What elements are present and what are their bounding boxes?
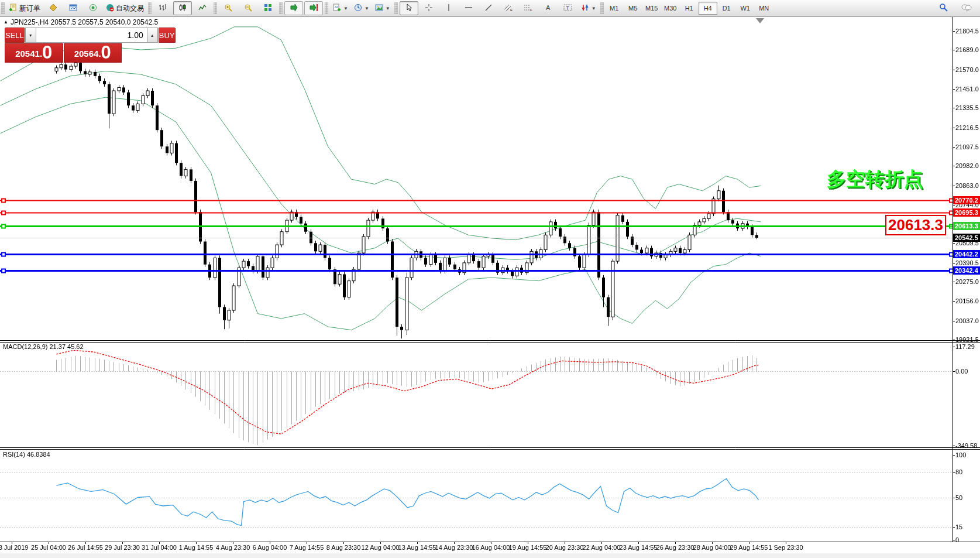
sell-button[interactable]: SELL (5, 28, 25, 43)
time-axis-label: 19 Aug 14:55 (509, 544, 547, 551)
search-button[interactable] (934, 1, 953, 15)
price-tag-20695.3: 20695.3 (953, 208, 980, 217)
alert-button[interactable] (44, 1, 63, 15)
cursor-button[interactable] (400, 1, 418, 15)
timeframe-m30-button[interactable]: M30 (661, 2, 680, 15)
text-label-button[interactable]: T (559, 1, 577, 15)
equidistant-channel-icon: E (504, 4, 513, 13)
zoom-out-icon (244, 4, 252, 13)
auto-trading-button[interactable]: 自动交易 (104, 1, 146, 15)
crosshair-icon (425, 4, 433, 13)
periods-button[interactable]: ▼ (352, 1, 372, 15)
zoom-in-button[interactable] (219, 1, 238, 15)
zoom-out-button[interactable] (239, 1, 257, 15)
time-axis-label: 1 Aug 14:55 (179, 544, 214, 551)
tile-windows-button[interactable] (259, 1, 277, 15)
macd-axis-tick-label: 0.00 (955, 368, 968, 375)
macd-axis-tick-label: 117.29 (955, 343, 975, 350)
text-label-icon: T (563, 4, 572, 13)
auto-trading-label: 自动交易 (116, 4, 144, 13)
volume-input[interactable] (36, 28, 147, 43)
fibonacci-button[interactable]: F (519, 1, 538, 15)
timeframe-h4-button[interactable]: H4 (699, 2, 717, 15)
price-axis-tick-label: 21689.0 (955, 46, 979, 53)
horizontal-line-button[interactable] (459, 1, 478, 15)
vertical-line-button[interactable] (439, 1, 458, 15)
sell-price-pips: 0 (42, 44, 52, 61)
buy-price-button[interactable]: 20564.0 (64, 43, 122, 63)
chart-annotation-text[interactable]: 多空转折点 (827, 166, 923, 193)
line-chart-icon (198, 4, 207, 13)
toolbar-separator (1, 2, 5, 14)
timeframe-w1-button[interactable]: W1 (736, 2, 755, 15)
time-axis-label: 25 Jul 04:00 (31, 544, 66, 551)
price-axis-tick-label: 21216.5 (955, 124, 979, 131)
volume-increase-button[interactable]: ▲ (147, 28, 158, 43)
chart-shift-icon (310, 4, 318, 13)
time-axis-label: 28 Aug 04:00 (693, 544, 731, 551)
cursor-icon (405, 4, 412, 13)
price-tag-20542.5: 20542.5 (953, 234, 980, 242)
price-tag-20442.2: 20442.2 (953, 250, 980, 258)
symbol-ohlc-text: JPN225-,H4 20557.5 20557.5 20540.0 20542… (11, 18, 158, 26)
text-icon: A (545, 4, 552, 13)
time-axis-label: 13 Aug 14:55 (398, 544, 436, 551)
volume-decrease-button[interactable]: ▼ (25, 28, 36, 43)
price-axis-tick-label: 21097.5 (955, 143, 979, 150)
collapse-marker-icon[interactable]: ▲ (4, 19, 8, 25)
timeframe-m1-button[interactable]: M1 (605, 2, 624, 15)
chart-window-button[interactable] (64, 1, 82, 15)
toolbar-right (933, 1, 980, 15)
bar-chart-icon (159, 4, 167, 13)
price-tag-20613.3: 20613.3 (953, 222, 980, 230)
candle-chart-button[interactable] (173, 1, 192, 15)
line-chart-button[interactable] (193, 1, 212, 15)
auto-scroll-button[interactable] (284, 1, 303, 15)
add-indicator-icon (332, 4, 341, 13)
chart-window-icon (69, 4, 77, 13)
template-button[interactable]: ▼ (373, 1, 393, 15)
time-axis-label: 26 Aug 23:30 (656, 544, 694, 551)
bar-chart-button[interactable] (153, 1, 172, 15)
time-axis-label: 8 Aug 23:30 (326, 544, 361, 551)
buy-price-main: 20564 (74, 46, 99, 61)
sell-price-button[interactable]: 20541.0 (5, 43, 63, 63)
time-axis-label: 29 Jul 23:30 (105, 544, 140, 551)
arrows-icon (581, 4, 589, 13)
time-axis-label: 4 Aug 23:30 (216, 544, 250, 551)
new-order-button[interactable]: 新订单 (6, 1, 43, 15)
time-axis-label: 1 Sep 23:30 (768, 544, 803, 551)
timeframe-mn-button[interactable]: MN (755, 2, 773, 15)
timeframe-d1-button[interactable]: D1 (717, 2, 736, 15)
new-order-icon (9, 4, 18, 13)
time-axis-label: 29 Aug 14:55 (730, 544, 768, 551)
price-axis-tick-label: 20863.0 (955, 182, 979, 189)
rsi-axis-tick-label: 50 (955, 494, 962, 501)
price-axis-tick-label: 19921.5 (955, 336, 979, 343)
crosshair-button[interactable] (419, 1, 438, 15)
time-axis-label: 23 Jul 2019 (0, 544, 28, 551)
chat-button[interactable] (957, 1, 976, 15)
signal-button[interactable] (84, 1, 102, 15)
time-axis-label: 14 Aug 23:30 (435, 544, 473, 551)
chart-canvas[interactable] (0, 0, 980, 558)
time-axis-label: 12 Aug 04:00 (362, 544, 400, 551)
price-axis-tick-label: 21335.5 (955, 104, 979, 111)
timeframe-m15-button[interactable]: M15 (642, 2, 661, 15)
mt4-window: 新订单自动交易▼▼▼EFAT▼M1M5M15M30H1H4D1W1MN ▲JPN… (0, 0, 980, 558)
text-button[interactable]: A (539, 1, 558, 15)
equidistant-channel-button[interactable]: E (499, 1, 518, 15)
trade-panel-top-row: SELL ▼ ▲ BUY (5, 28, 122, 43)
timeframe-h1-button[interactable]: H1 (680, 2, 699, 15)
add-indicator-button[interactable]: ▼ (330, 1, 350, 15)
new-order-label: 新订单 (19, 4, 40, 13)
arrows-button[interactable]: ▼ (579, 1, 599, 15)
chart-shift-button[interactable] (304, 1, 323, 15)
price-axis-tick-label: 21451.0 (955, 85, 979, 93)
price-callout-box[interactable]: 20613.3 (885, 215, 946, 235)
time-axis-label: 23 Aug 14:55 (620, 544, 658, 551)
timeframe-m5-button[interactable]: M5 (624, 2, 642, 15)
price-axis-tick-label: 20275.0 (955, 278, 979, 285)
buy-button[interactable]: BUY (159, 28, 176, 43)
trend-line-button[interactable] (479, 1, 498, 15)
